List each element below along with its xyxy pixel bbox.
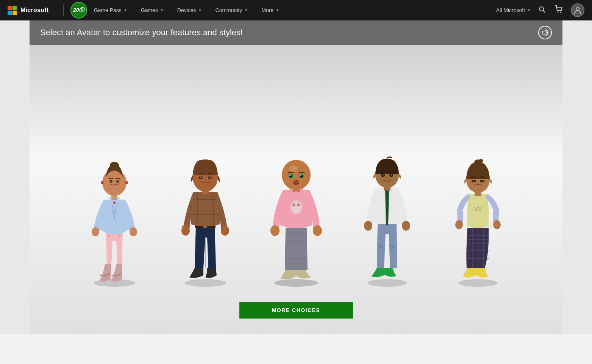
all-microsoft-chevron: ▼ — [527, 8, 531, 12]
svg-point-14 — [110, 181, 112, 182]
avatar-3[interactable] — [251, 116, 342, 287]
more-choices-label: MORE CHOICES — [272, 307, 320, 313]
svg-point-8 — [102, 169, 127, 196]
svg-point-100 — [473, 181, 475, 182]
nav-chevron-games: ▼ — [160, 8, 164, 12]
microsoft-squares-logo — [8, 6, 17, 15]
audio-icon — [542, 29, 548, 36]
xbox-20-text: 20ⓑ — [73, 7, 84, 14]
svg-point-101 — [481, 181, 483, 182]
all-microsoft-link[interactable]: All Microsoft ▼ — [496, 7, 531, 13]
avatar-2[interactable] — [160, 116, 251, 287]
svg-point-42 — [221, 226, 229, 236]
svg-point-54 — [292, 203, 295, 206]
nav-item-game-pass-label: Game Pass — [94, 7, 122, 13]
svg-point-64 — [300, 175, 301, 176]
avatar-1-image — [77, 116, 152, 287]
svg-point-4 — [576, 8, 579, 11]
svg-marker-5 — [543, 30, 546, 36]
svg-point-38 — [204, 180, 206, 181]
svg-point-85 — [402, 221, 410, 231]
microsoft-wordmark: Microsoft — [20, 7, 49, 14]
user-avatar-button[interactable] — [571, 3, 584, 17]
ms-logo-yellow — [12, 11, 17, 15]
svg-point-67 — [270, 225, 280, 236]
svg-point-41 — [181, 226, 190, 236]
nav-chevron-game-pass: ▼ — [124, 8, 127, 12]
microsoft-logo-group[interactable]: Microsoft — [8, 6, 49, 15]
svg-point-36 — [200, 177, 201, 178]
svg-point-103 — [455, 220, 463, 229]
user-icon — [574, 6, 581, 14]
svg-point-102 — [477, 183, 479, 184]
nav-chevron-more: ▼ — [276, 8, 279, 12]
svg-point-68 — [313, 225, 322, 236]
nav-chevron-community: ▼ — [244, 8, 248, 12]
avatar-5[interactable] — [433, 116, 523, 287]
svg-point-83 — [386, 177, 388, 179]
avatar-3-image — [258, 116, 334, 287]
search-button[interactable] — [537, 4, 547, 17]
svg-point-10 — [101, 181, 104, 184]
svg-point-16 — [113, 185, 116, 186]
audio-button[interactable] — [538, 26, 552, 39]
nav-item-more[interactable]: More ▼ — [255, 0, 286, 20]
svg-line-1 — [543, 10, 545, 12]
avatar-4[interactable] — [342, 116, 433, 287]
search-icon — [538, 6, 546, 13]
svg-point-17 — [113, 202, 116, 204]
svg-point-22 — [184, 279, 226, 287]
nav-item-game-pass[interactable]: Game Pass ▼ — [87, 0, 134, 20]
avatar-selection-banner: Select an Avatar to customize your featu… — [30, 20, 562, 45]
avatar-1[interactable] — [69, 116, 160, 287]
avatar-2-image — [167, 116, 243, 287]
svg-point-21 — [119, 234, 121, 237]
svg-point-20 — [108, 234, 110, 237]
svg-point-86 — [458, 279, 498, 287]
nav-item-devices-label: Devices — [177, 7, 196, 13]
xbox-20-circle: 20ⓑ — [70, 2, 87, 19]
svg-point-37 — [209, 177, 211, 178]
all-microsoft-label: All Microsoft — [496, 7, 525, 13]
avatar-selection-area: MORE CHOICES — [30, 45, 562, 334]
svg-point-104 — [493, 220, 501, 229]
ms-logo-blue — [8, 11, 12, 15]
cart-button[interactable] — [553, 4, 565, 17]
svg-rect-70 — [379, 246, 383, 249]
cart-icon — [555, 5, 563, 14]
svg-point-2 — [558, 11, 559, 12]
svg-point-81 — [382, 175, 384, 176]
svg-point-58 — [289, 166, 298, 172]
nav-item-more-label: More — [261, 7, 273, 13]
nav-item-community[interactable]: Community ▼ — [209, 0, 255, 20]
more-choices-button[interactable]: MORE CHOICES — [239, 302, 353, 319]
avatar-5-image — [440, 116, 516, 287]
ms-logo-green — [12, 6, 17, 10]
nav-right-group: All Microsoft ▼ — [496, 3, 584, 17]
nav-item-games-label: Games — [141, 7, 158, 13]
xbox-20th-logo[interactable]: 20ⓑ — [70, 2, 87, 19]
nav-item-games[interactable]: Games ▼ — [134, 0, 170, 20]
avatars-row — [30, 52, 562, 294]
svg-point-82 — [391, 175, 392, 176]
svg-point-3 — [560, 11, 561, 12]
ms-logo-red — [8, 6, 12, 10]
svg-point-9 — [110, 162, 119, 169]
svg-point-63 — [289, 175, 291, 176]
nav-item-community-label: Community — [216, 7, 242, 13]
nav-chevron-devices: ▼ — [198, 8, 202, 12]
svg-point-55 — [297, 203, 300, 206]
avatar-4-image — [349, 116, 425, 287]
svg-point-99 — [479, 159, 483, 163]
banner-text: Select an Avatar to customize your featu… — [40, 28, 243, 37]
nav-item-devices[interactable]: Devices ▼ — [170, 0, 209, 20]
main-content: Select an Avatar to customize your featu… — [0, 20, 592, 364]
svg-point-66 — [295, 179, 298, 181]
svg-rect-71 — [391, 246, 394, 249]
svg-point-15 — [117, 181, 119, 182]
nav-divider — [63, 5, 64, 16]
navbar: Microsoft 20ⓑ Game Pass ▼ Games ▼ Device… — [0, 0, 592, 20]
svg-point-84 — [364, 221, 372, 231]
svg-point-53 — [291, 200, 302, 214]
svg-point-18 — [92, 227, 99, 236]
